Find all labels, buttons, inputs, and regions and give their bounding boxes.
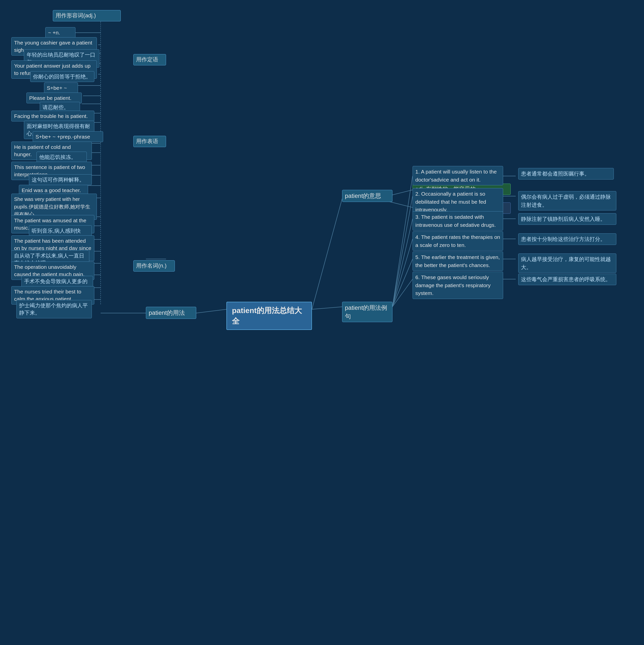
pattern-sbe: S+be+ ~ — [44, 82, 78, 93]
example-patient-answer-zh: 你耐心的回答等于拒绝。 — [30, 71, 94, 82]
svg-line-40 — [392, 259, 413, 307]
svg-line-36 — [392, 176, 413, 307]
adj-category: 用作形容词(adj.) — [53, 10, 121, 21]
example6-zh: 这些毒气会严重损害患者的呼吸系统。 — [518, 273, 616, 285]
example-nurses-zh: 护士竭力使那个焦灼的病人平静下来。 — [16, 300, 92, 318]
svg-line-32 — [312, 199, 342, 309]
svg-line-39 — [392, 239, 413, 307]
svg-line-35 — [387, 201, 413, 207]
svg-line-41 — [392, 279, 413, 307]
example1-zh: 患者通常都会遵照医嘱行事。 — [518, 168, 614, 180]
example1-en: 1. A patient will usually listen to the … — [413, 166, 503, 185]
pattern-plus-n: ~ +n. — [45, 27, 75, 38]
svg-line-33 — [312, 307, 342, 309]
svg-line-0 — [196, 309, 226, 313]
example5-zh: 病人越早接受治疗，康复的可能性就越大。 — [518, 253, 616, 273]
svg-line-37 — [392, 196, 413, 307]
example3-zh: 静脉注射了镇静剂后病人安然入睡。 — [518, 213, 616, 225]
attr-usage-label: 用作定语 — [133, 54, 166, 65]
example-cold-hunger-zh: 他能忍饥挨冻。 — [36, 152, 87, 163]
example4-en: 4. The patient rates the therapies on a … — [413, 231, 503, 251]
example-facing-trouble-en: Facing the trouble he is patient. — [11, 111, 94, 122]
mind-map: patient的用法总结大全 patient的用法 用作形容词(adj.) ~ … — [0, 0, 644, 645]
svg-line-38 — [392, 219, 413, 307]
example6-en: 6. These gases would seriously damage th… — [413, 271, 503, 299]
example4-zh: 患者按十分制给这些治疗方法打分。 — [518, 233, 616, 245]
example2-zh: 偶尔会有病人过于虚弱，必须通过静脉注射进食。 — [518, 191, 616, 210]
usage-label: patient的用法 — [146, 307, 196, 319]
examples-label: patient的用法例句 — [342, 302, 392, 322]
example5-en: 5. The earlier the treatment is given, t… — [413, 251, 503, 271]
pred-usage-label: 用作表语 — [133, 136, 166, 147]
meaning-label: patient的意思 — [342, 190, 392, 202]
noun-usage-label: 用作名词(n.) — [133, 260, 175, 271]
central-node: patient的用法总结大全 — [226, 302, 312, 330]
example-two-interpretations-zh: 这句话可作两种解释。 — [29, 174, 92, 185]
example3-en: 3. The patient is sedated with intraveno… — [413, 211, 503, 231]
connector-lines — [0, 0, 644, 645]
pattern-sbe-prep: S+be+ ~ +prep.-phrase — [33, 131, 103, 142]
